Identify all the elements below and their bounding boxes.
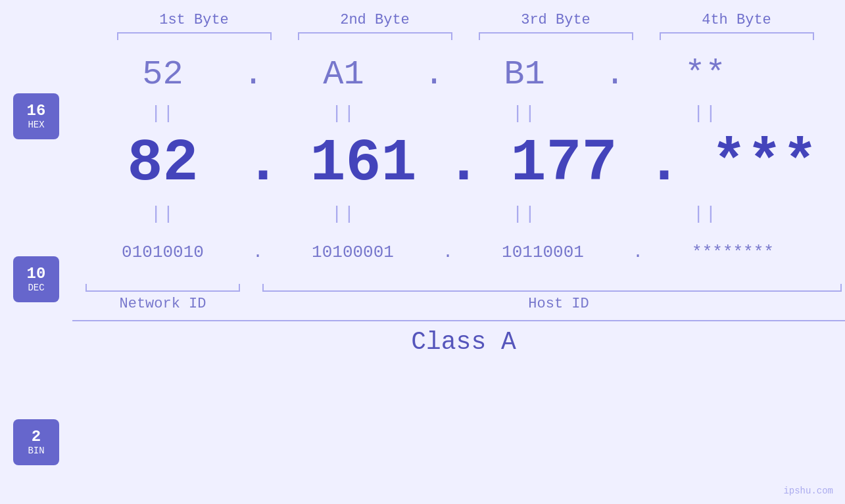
hex-row: 52 . A1 . B1 . ** — [72, 48, 845, 101]
eq-cell-4: || — [615, 103, 796, 124]
bottom-brackets — [72, 281, 845, 292]
eq-sign-1: || — [151, 103, 176, 124]
bin-dot-1: . — [253, 242, 262, 262]
bottom-bracket-section: Network ID Host ID Class A — [72, 281, 845, 356]
eq2-sign-2: || — [331, 204, 356, 224]
eq2-sign-3: || — [512, 204, 537, 224]
eq-row-2: || || || || — [72, 201, 845, 226]
bin-row: 01010010 . 10100001 . 10110001 . — [72, 226, 845, 279]
hex-val-1: 52 — [142, 55, 183, 94]
eq2-cell-3: || — [434, 204, 615, 224]
bin-val-3: 10110001 — [502, 242, 584, 262]
bin-dot-3: . — [633, 242, 642, 262]
main-container: 1st Byte 2nd Byte 3rd Byte 4th Byte — [0, 0, 845, 504]
hex-cell-3: B1 — [434, 55, 615, 94]
eq2-sign-1: || — [151, 204, 176, 224]
byte-label-4: 4th Byte — [646, 12, 827, 28]
bin-dot-2: . — [443, 242, 452, 262]
hex-number: 16 — [27, 103, 46, 120]
eq-sign-3: || — [512, 103, 537, 124]
eq-cell-3: || — [434, 103, 615, 124]
eq-row-1: || || || || — [72, 101, 845, 126]
class-label: Class A — [411, 328, 516, 356]
byte-label-1: 1st Byte — [104, 12, 285, 28]
bin-val-2: 10100001 — [312, 242, 394, 262]
bin-val-4: ******** — [692, 242, 774, 262]
eq2-cell-1: || — [72, 204, 253, 224]
bin-cell-3: 10110001 — [452, 242, 633, 262]
dec-row: 82 . 161 . 177 . *** — [72, 126, 845, 201]
byte-label-3: 3rd Byte — [466, 12, 646, 28]
hex-val-2: A1 — [323, 55, 364, 94]
bin-cell-2: 10100001 — [262, 242, 443, 262]
network-id-bracket — [72, 281, 253, 292]
watermark: ipshu.com — [783, 486, 833, 496]
dec-cell-4: *** — [674, 134, 845, 193]
top-brackets — [85, 32, 845, 43]
hex-val-4: ** — [685, 55, 725, 94]
dec-val-2: 161 — [310, 134, 416, 193]
hex-val-3: B1 — [504, 55, 544, 94]
host-id-label: Host ID — [262, 296, 845, 312]
hex-cell-1: 52 — [72, 55, 253, 94]
bracket-2 — [285, 32, 466, 43]
hex-name: HEX — [28, 120, 44, 130]
dec-number: 10 — [27, 265, 46, 283]
network-id-label: Network ID — [72, 296, 253, 312]
bin-number: 2 — [32, 428, 41, 446]
dec-dot-1: . — [253, 134, 273, 193]
hex-badge: 16 HEX — [13, 93, 59, 139]
eq-sign-2: || — [331, 103, 356, 124]
dec-cell-1: 82 — [72, 134, 253, 193]
dec-val-4: *** — [711, 134, 817, 193]
dec-cell-2: 161 — [273, 134, 454, 193]
dec-dot-2: . — [454, 134, 473, 193]
host-id-bracket — [262, 281, 845, 292]
eq-cell-2: || — [253, 103, 434, 124]
class-label-container: Class A — [72, 328, 845, 356]
id-labels-row: Network ID Host ID — [72, 296, 845, 312]
bin-cell-4: ******** — [642, 242, 823, 262]
byte-labels-row: 1st Byte 2nd Byte 3rd Byte 4th Byte — [85, 12, 845, 28]
eq2-cell-2: || — [253, 204, 434, 224]
hex-cell-2: A1 — [253, 55, 434, 94]
bin-name: BIN — [28, 446, 44, 456]
class-line — [72, 320, 845, 321]
eq-sign-4: || — [693, 103, 718, 124]
dec-name: DEC — [28, 283, 44, 293]
bin-badge: 2 BIN — [13, 419, 59, 465]
bracket-4 — [646, 32, 827, 43]
dec-val-1: 82 — [127, 134, 198, 193]
eq2-cell-4: || — [615, 204, 796, 224]
hex-cell-4: ** — [615, 55, 796, 94]
dec-val-3: 177 — [510, 134, 617, 193]
base-labels: 16 HEX 10 DEC 2 BIN — [0, 48, 72, 504]
bin-cell-1: 01010010 — [72, 242, 253, 262]
dec-cell-3: 177 — [473, 134, 654, 193]
bin-val-1: 01010010 — [122, 242, 204, 262]
byte-label-2: 2nd Byte — [285, 12, 466, 28]
eq2-sign-4: || — [693, 204, 718, 224]
dec-dot-3: . — [654, 134, 674, 193]
bracket-3 — [466, 32, 646, 43]
eq-cell-1: || — [72, 103, 253, 124]
dec-badge: 10 DEC — [13, 256, 59, 302]
bracket-1 — [104, 32, 285, 43]
